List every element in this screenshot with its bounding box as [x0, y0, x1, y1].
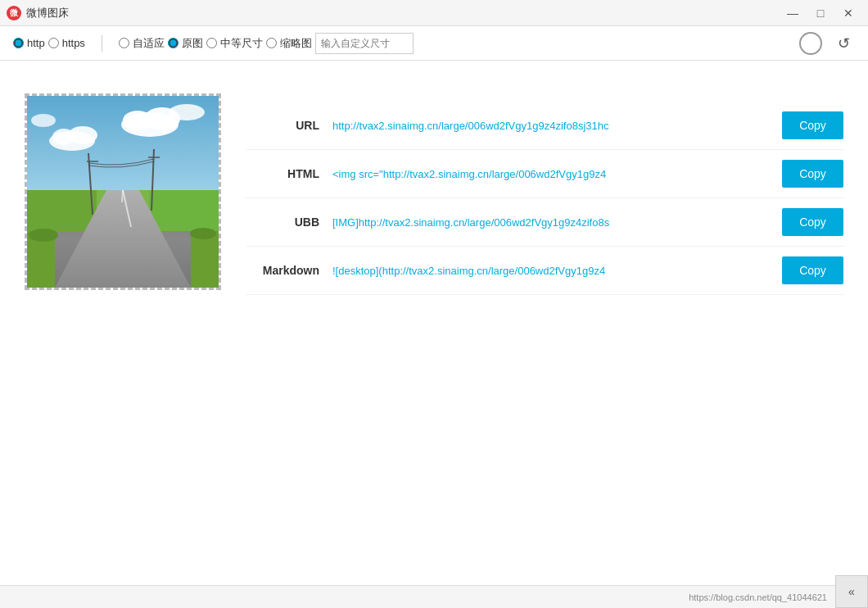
svg-rect-20 — [191, 231, 219, 288]
https-label[interactable]: https — [62, 37, 85, 49]
adaptive-label[interactable]: 自适应 — [133, 36, 165, 51]
app-title: 微博图床 — [26, 6, 69, 20]
ubb-copy-button[interactable]: Copy — [782, 208, 843, 236]
toolbar-divider — [102, 35, 102, 52]
https-radio[interactable] — [48, 38, 59, 48]
thumbnail-radio[interactable] — [266, 38, 277, 48]
original-label[interactable]: 原图 — [182, 36, 203, 51]
adaptive-radio[interactable] — [119, 38, 129, 48]
main-content: URL http://tvax2.sinaimg.cn/large/006wd2… — [0, 61, 868, 585]
protocol-group: http https — [13, 37, 85, 49]
status-url: https://blog.csdn.net/qq_41044621 — [689, 592, 827, 602]
svg-point-7 — [169, 104, 205, 120]
preview-image — [27, 96, 219, 288]
svg-point-21 — [29, 229, 58, 242]
url-value[interactable]: http://tvax2.sinaimg.cn/large/006wd2fVgy… — [332, 120, 769, 132]
url-row: URL http://tvax2.sinaimg.cn/large/006wd2… — [246, 102, 843, 150]
ubb-value[interactable]: [IMG]http://tvax2.sinaimg.cn/large/006wd… — [332, 216, 769, 229]
url-copy-button[interactable]: Copy — [782, 111, 843, 139]
image-inner — [27, 96, 219, 288]
svg-rect-11 — [149, 190, 219, 231]
ubb-label: UBB — [246, 216, 319, 229]
http-label[interactable]: http — [27, 37, 45, 49]
minimize-button[interactable]: — — [780, 2, 806, 25]
http-radio[interactable] — [13, 38, 24, 48]
svg-point-22 — [190, 228, 216, 239]
svg-point-8 — [31, 114, 56, 127]
image-preview — [25, 93, 221, 290]
markdown-value[interactable]: ![desktop](http://tvax2.sinaimg.cn/large… — [332, 265, 769, 277]
app-icon: 微 — [7, 6, 21, 20]
markdown-row: Markdown ![desktop](http://tvax2.sinaimg… — [246, 247, 843, 295]
markdown-copy-button[interactable]: Copy — [782, 256, 843, 284]
loading-circle — [799, 32, 822, 55]
medium-label[interactable]: 中等尺寸 — [220, 36, 263, 51]
ubb-row: UBB [IMG]http://tvax2.sinaimg.cn/large/0… — [246, 198, 843, 247]
medium-radio[interactable] — [206, 38, 217, 48]
title-bar: 微 微博图床 — □ ✕ — [0, 0, 868, 26]
collapse-button[interactable]: « — [835, 575, 868, 608]
close-button[interactable]: ✕ — [835, 2, 861, 25]
url-label: URL — [246, 119, 319, 132]
html-row: HTML <img src="http://tvax2.sinaimg.cn/l… — [246, 150, 843, 198]
refresh-button[interactable]: ↺ — [832, 32, 855, 55]
links-section: URL http://tvax2.sinaimg.cn/large/006wd2… — [246, 102, 843, 295]
html-value[interactable]: <img src="http://tvax2.sinaimg.cn/large/… — [332, 168, 769, 180]
toolbar-right: ↺ — [799, 32, 855, 55]
status-bar: https://blog.csdn.net/qq_41044621 — [0, 585, 868, 608]
svg-rect-10 — [27, 190, 97, 231]
toolbar: http https 自适应 原图 中等尺寸 缩略图 ↺ — [0, 26, 868, 61]
title-bar-left: 微 微博图床 — [7, 6, 69, 20]
thumbnail-label[interactable]: 缩略图 — [280, 36, 312, 51]
svg-point-6 — [52, 129, 75, 145]
title-bar-controls: — □ ✕ — [780, 2, 861, 25]
original-radio[interactable] — [168, 38, 179, 48]
markdown-label: Markdown — [246, 264, 319, 277]
html-label: HTML — [246, 167, 319, 180]
maximize-button[interactable]: □ — [807, 2, 834, 25]
size-group: 自适应 原图 中等尺寸 缩略图 — [119, 33, 414, 54]
html-copy-button[interactable]: Copy — [782, 160, 843, 188]
svg-point-3 — [123, 111, 152, 130]
custom-size-input[interactable] — [315, 33, 414, 54]
